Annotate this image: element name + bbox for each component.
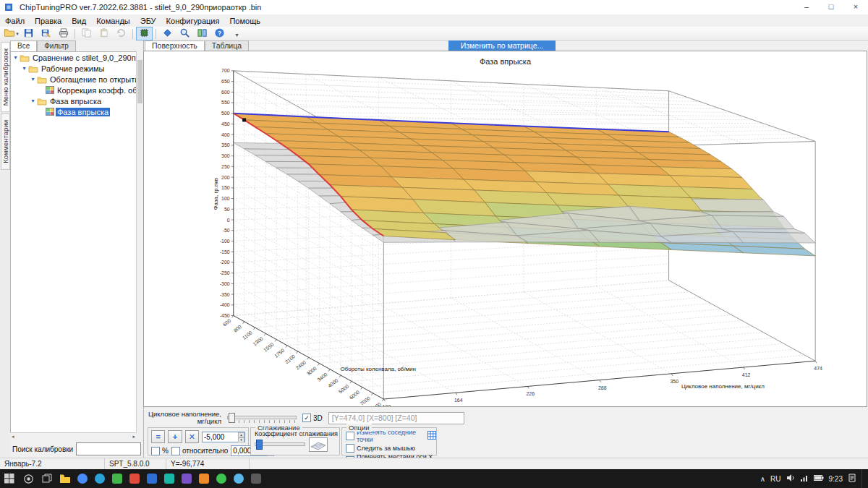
ecu-chip-button[interactable]	[136, 27, 153, 40]
taskbar-app-app-green[interactable]	[109, 469, 126, 488]
taskbar-app-browser[interactable]	[74, 469, 91, 488]
clear-value-button[interactable]: ✕	[185, 430, 199, 443]
paste-button[interactable]	[95, 27, 112, 40]
undo-button[interactable]	[113, 27, 129, 40]
surface-chart[interactable]: 7006506005505004504003503002502001501005…	[144, 51, 867, 406]
save-button[interactable]	[20, 27, 37, 40]
maximize-button[interactable]: □	[819, 0, 843, 14]
taskbar-app-file-explorer[interactable]	[56, 469, 74, 488]
open-file-button[interactable]: ▾	[3, 27, 20, 40]
notification-center-icon[interactable]	[848, 474, 856, 484]
smoothing-group: Сглаживание Коэффициент сглаживания	[250, 427, 340, 455]
navigate-button[interactable]	[159, 27, 176, 40]
tree-item-2[interactable]: ▾ Обогащение по открытию дросселя	[11, 74, 136, 85]
toolbar-overflow[interactable]: ▾	[229, 27, 245, 40]
menu-item-2[interactable]: Вид	[67, 16, 91, 26]
relative-checkbox[interactable]	[171, 447, 180, 455]
tree-item-label: Фаза впрыска	[56, 108, 110, 116]
window-title: ChipTuningPRO ver.7.2022.62.3881 - stile…	[20, 3, 261, 12]
svg-text:7000: 7000	[359, 395, 372, 406]
save-all-button[interactable]	[38, 27, 54, 40]
minimize-button[interactable]: –	[794, 0, 819, 14]
svg-text:-350: -350	[220, 292, 230, 297]
search-input[interactable]	[76, 442, 141, 455]
taskbar-app-app-teal[interactable]	[161, 469, 178, 488]
add-value-button[interactable]: +	[168, 430, 182, 443]
option-row-1[interactable]: Следить за мышью	[342, 443, 436, 453]
load-slider[interactable]	[227, 412, 297, 424]
svg-text:650: 650	[221, 79, 230, 84]
taskbar-app-app-dark[interactable]	[247, 469, 265, 488]
edit-by-matrix-button[interactable]: Изменить по матрице...	[448, 40, 556, 51]
svg-text:-50: -50	[223, 228, 230, 233]
tree-item-4[interactable]: ▾ Фаза впрыска	[11, 95, 136, 106]
sidebar-tab-0[interactable]: Все	[10, 40, 37, 51]
help-button[interactable]: ?	[211, 27, 228, 40]
3d-checkbox-row[interactable]: ✓ 3D	[302, 414, 323, 422]
vertical-tab-0[interactable]: Меню калибровок	[1, 42, 10, 112]
svg-text:-150: -150	[220, 249, 230, 254]
menu-item-1[interactable]: Правка	[30, 16, 67, 26]
tree-item-label: Сравнение с stilet_9,0_290приоразакр .bi…	[31, 53, 137, 62]
menu-item-4[interactable]: ЭБУ	[135, 16, 161, 26]
view-tab-1[interactable]: Таблица	[205, 40, 249, 51]
menu-item-0[interactable]: Файл	[0, 16, 30, 26]
vertical-tab-1[interactable]: Комментарии	[1, 114, 10, 170]
menu-item-5[interactable]: Конфигурация	[161, 16, 225, 26]
volume-icon[interactable]	[786, 474, 795, 484]
taskbar-app-app-lightblue[interactable]	[230, 469, 247, 488]
tree-item-1[interactable]: ▾ Рабочие режимы	[11, 63, 136, 74]
svg-text:?: ?	[218, 30, 221, 37]
coordinates-readout: [Y=474,0] [X=800] [Z=40]	[328, 412, 464, 424]
taskbar-app-app-blue[interactable]	[143, 469, 161, 488]
set-value-button[interactable]: =	[151, 430, 165, 443]
view-tab-0[interactable]: Поверхность	[145, 40, 205, 51]
tree-vertical-scrollbar[interactable]	[136, 51, 143, 433]
percent-checkbox[interactable]	[151, 447, 160, 455]
network-icon[interactable]	[800, 474, 809, 484]
zoom-button[interactable]	[176, 27, 193, 40]
option-checkbox-0[interactable]	[346, 432, 354, 440]
compare-button[interactable]	[194, 27, 210, 40]
taskbar-app-whatsapp[interactable]	[213, 469, 230, 488]
language-indicator[interactable]: RU	[770, 475, 780, 483]
battery-icon[interactable]	[814, 474, 824, 483]
taskbar-app-app-purple[interactable]	[178, 469, 195, 488]
chevron-down-icon: ▾	[235, 30, 238, 38]
copy-icon	[81, 27, 92, 40]
menu-item-3[interactable]: Команды	[91, 16, 135, 26]
sidebar-tab-1[interactable]: Фильтр	[37, 40, 76, 51]
svg-text:0: 0	[227, 218, 230, 223]
close-button[interactable]: ×	[843, 0, 868, 14]
tree-item-3[interactable]: Коррекция коэфф. обогащения	[11, 85, 136, 95]
start-button[interactable]	[0, 469, 19, 488]
svg-text:500: 500	[221, 111, 230, 116]
svg-text:2400: 2400	[295, 359, 307, 370]
load-slider-label: Цикловое наполнение, мг/цикл	[148, 411, 221, 425]
value-spinner[interactable]: ▴▾	[238, 432, 244, 442]
expand-arrow-icon[interactable]: ▾	[30, 98, 36, 104]
folder-icon	[28, 64, 38, 73]
tree-horizontal-scrollbar[interactable]: ◂▸	[10, 432, 137, 440]
tree-item-0[interactable]: ▾ Сравнение с stilet_9,0_290приоразакр .…	[11, 52, 136, 63]
smoothing-preview-button[interactable]	[309, 437, 328, 452]
option-checkbox-1[interactable]	[346, 444, 354, 453]
tree-item-5[interactable]: Фаза впрыска	[11, 106, 136, 117]
clock[interactable]: 9:23	[829, 475, 843, 483]
hidden-icons-chevron[interactable]: ∧	[760, 475, 765, 483]
taskbar-app-app-orange[interactable]	[195, 469, 213, 488]
show-desktop-button[interactable]	[861, 469, 865, 488]
expand-arrow-icon[interactable]: ▾	[30, 76, 36, 82]
copy-button[interactable]	[78, 27, 95, 40]
menu-item-6[interactable]: Помощь	[224, 16, 265, 26]
task-view-button[interactable]	[38, 469, 56, 488]
expand-arrow-icon[interactable]: ▾	[12, 54, 19, 61]
expand-arrow-icon[interactable]: ▾	[21, 65, 27, 72]
search-button[interactable]	[19, 469, 38, 488]
3d-checkbox[interactable]: ✓	[302, 414, 311, 422]
print-button[interactable]	[55, 27, 72, 40]
edit-group: = + ✕ ▴▾ % относительно ▴▾	[148, 427, 249, 455]
smoothing-slider[interactable]	[255, 439, 305, 450]
taskbar-app-telegram[interactable]	[91, 469, 109, 488]
taskbar-app-app-red[interactable]	[126, 469, 143, 488]
